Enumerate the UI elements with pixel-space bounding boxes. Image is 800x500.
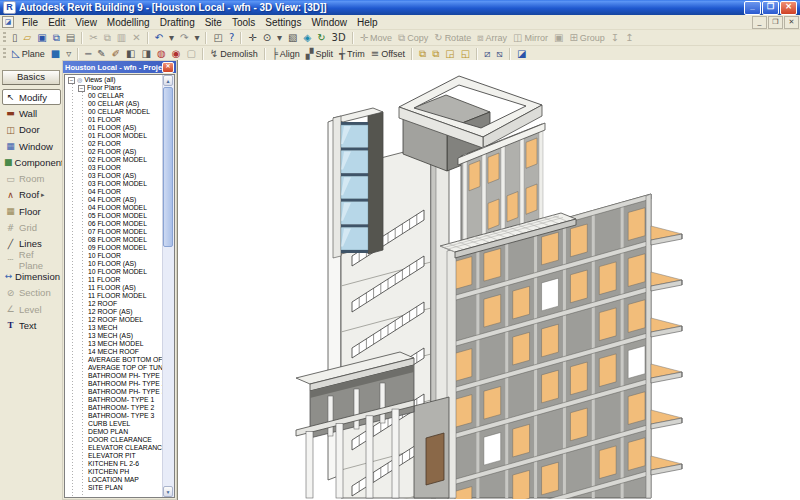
- tree-item[interactable]: CURB LEVEL: [65, 420, 163, 428]
- bind-link-button[interactable]: ◪: [514, 46, 528, 61]
- align-button[interactable]: ╞Align: [269, 46, 302, 61]
- tree-item[interactable]: BATHROOM PH- TYPE 1: [65, 372, 163, 380]
- close-button[interactable]: ✕: [780, 1, 797, 15]
- tree-item[interactable]: KITCHEN FL 2-6: [65, 460, 163, 468]
- zoom-dropdown-button[interactable]: ▾: [275, 30, 285, 45]
- thin-lines-button[interactable]: ━: [83, 46, 94, 61]
- match-type-button[interactable]: ◰: [211, 30, 225, 45]
- tree-item[interactable]: 09 FLOOR MODEL: [65, 244, 163, 252]
- tree-item[interactable]: 12 ROOF: [65, 300, 163, 308]
- default-3d-view-button[interactable]: ◈: [301, 30, 314, 45]
- undo-dropdown-button[interactable]: ▾: [167, 30, 177, 45]
- project-browser-titlebar[interactable]: Houston Local - wfn - Project browser ✕: [63, 61, 176, 73]
- design-bar-item-component[interactable]: ■Component: [2, 154, 61, 170]
- tree-scrollbar[interactable]: ▲ ▼: [162, 75, 174, 497]
- tree-item[interactable]: 10 FLOOR MODEL: [65, 268, 163, 276]
- menu-item-modelling[interactable]: Modelling: [102, 17, 155, 28]
- drawing-area[interactable]: [177, 60, 800, 500]
- tree-item[interactable]: 07 FLOOR MODEL: [65, 228, 163, 236]
- tree-item[interactable]: KITCHEN PH: [65, 468, 163, 476]
- tree-item[interactable]: BATHROOM PH- TYPE 2: [65, 380, 163, 388]
- design-bar-item-wall[interactable]: ▬Wall: [2, 105, 61, 121]
- tree-item[interactable]: 13 MECH MODEL: [65, 340, 163, 348]
- tree-item[interactable]: 02 FLOOR MODEL: [65, 156, 163, 164]
- load-group-button[interactable]: ◲: [443, 46, 457, 61]
- menu-item-edit[interactable]: Edit: [43, 17, 70, 28]
- open-file-button[interactable]: ▱: [21, 30, 34, 45]
- menu-item-file[interactable]: File: [17, 17, 43, 28]
- tree-item[interactable]: 00 CELLAR MODEL: [65, 108, 163, 116]
- sketch-pencil-button[interactable]: ✎: [95, 46, 108, 61]
- redo-dropdown-button[interactable]: ▾: [192, 30, 202, 45]
- coordinate-review-button[interactable]: ◨: [139, 46, 153, 61]
- link-revit-button[interactable]: ⧄: [482, 46, 493, 61]
- view-3d-button[interactable]: 3D: [329, 30, 348, 45]
- menu-item-view[interactable]: View: [70, 17, 102, 28]
- tree-item[interactable]: ELEVATOR PIT: [65, 452, 163, 460]
- review-warnings-button[interactable]: ◉: [169, 46, 183, 61]
- check-coordination-button[interactable]: ◍: [154, 46, 168, 61]
- scroll-up-icon[interactable]: ▲: [163, 75, 173, 86]
- tree-item[interactable]: 04 FLOOR: [65, 188, 163, 196]
- tree-item[interactable]: 00 CELLAR (AS): [65, 100, 163, 108]
- tree-item[interactable]: 04 FLOOR (AS): [65, 196, 163, 204]
- tree-item[interactable]: 02 FLOOR: [65, 140, 163, 148]
- collapse-icon[interactable]: −: [78, 85, 85, 92]
- project-browser-close-icon[interactable]: ✕: [162, 62, 174, 73]
- tree-item[interactable]: 01 FLOOR MODEL: [65, 132, 163, 140]
- tree-item[interactable]: DOOR CLEARANCE: [65, 436, 163, 444]
- menu-item-drafting[interactable]: Drafting: [155, 17, 200, 28]
- tree-item[interactable]: 03 FLOOR MODEL: [65, 180, 163, 188]
- minimize-button[interactable]: _: [744, 1, 761, 15]
- tree-item[interactable]: AVERAGE TOP OF TUNNEL: [65, 364, 163, 372]
- design-options-dropdown-button[interactable]: ▿: [64, 46, 74, 61]
- tree-item[interactable]: 06 FLOOR MODEL: [65, 220, 163, 228]
- spot-elevation-button[interactable]: ✐: [109, 46, 122, 61]
- design-bar-tab-basics[interactable]: Basics: [2, 70, 60, 85]
- tree-item[interactable]: 13 MECH (AS): [65, 332, 163, 340]
- scroll-down-icon[interactable]: ▼: [163, 486, 173, 497]
- tree-item[interactable]: 05 FLOOR MODEL: [65, 212, 163, 220]
- zoom-button[interactable]: ⊙: [260, 30, 273, 45]
- save-all-button[interactable]: ⧉: [50, 30, 62, 45]
- tree-item[interactable]: 01 FLOOR (AS): [65, 124, 163, 132]
- tree-item[interactable]: BATHROOM- TYPE 3: [65, 412, 163, 420]
- tree-item[interactable]: AVERAGE BOTTOM OF TUNN: [65, 356, 163, 364]
- undo-button[interactable]: ↶: [152, 30, 165, 45]
- manage-links-button[interactable]: ⧅: [494, 46, 505, 61]
- tree-item[interactable]: 01 FLOOR: [65, 116, 163, 124]
- tree-item[interactable]: 11 FLOOR: [65, 276, 163, 284]
- mdi-close-button[interactable]: ✕: [784, 16, 799, 29]
- tree-item[interactable]: SITE PLAN: [65, 484, 163, 492]
- edit-group-button[interactable]: ⧉: [430, 46, 442, 61]
- menu-item-settings[interactable]: Settings: [260, 17, 306, 28]
- offset-button[interactable]: ≡Offset: [368, 46, 407, 61]
- tree-item[interactable]: 02 FLOOR (AS): [65, 148, 163, 156]
- tree-item[interactable]: BATHROOM- TYPE 1: [65, 396, 163, 404]
- tree-item[interactable]: LOCATION MAP: [65, 476, 163, 484]
- tree-item[interactable]: 08 FLOOR MODEL: [65, 236, 163, 244]
- design-bar-item-dimension[interactable]: ↔Dimension: [2, 268, 61, 284]
- design-bar-item-door[interactable]: ◫Door: [2, 122, 61, 138]
- design-bar-item-floor[interactable]: ▦Floor: [2, 203, 61, 219]
- design-bar-item-roof[interactable]: ∧Roof▸: [2, 187, 61, 203]
- tree-item[interactable]: 13 MECH: [65, 324, 163, 332]
- redo-button[interactable]: ↷: [178, 30, 191, 45]
- new-file-button[interactable]: ▯: [10, 30, 21, 45]
- menu-item-site[interactable]: Site: [200, 17, 227, 28]
- collapse-icon[interactable]: −: [68, 77, 75, 84]
- design-options-swatch-button[interactable]: ■: [48, 46, 62, 61]
- tree-item[interactable]: 10 FLOOR: [65, 252, 163, 260]
- menu-item-tools[interactable]: Tools: [227, 17, 260, 28]
- scrollbar-thumb[interactable]: [163, 87, 173, 247]
- menu-item-help[interactable]: Help: [352, 17, 383, 28]
- tree-item[interactable]: 04 FLOOR MODEL: [65, 204, 163, 212]
- tree-item[interactable]: ELEVATOR CLEARANCE: [65, 444, 163, 452]
- demolish-button[interactable]: ↯Demolish: [207, 46, 260, 61]
- tree-item[interactable]: BATHROOM PH- TYPE 3: [65, 388, 163, 396]
- tree-item[interactable]: 14 MECH ROOF: [65, 348, 163, 356]
- save-group-button[interactable]: ◱: [458, 46, 472, 61]
- tree-item[interactable]: 10 FLOOR (AS): [65, 260, 163, 268]
- create-group-button[interactable]: ⧉: [416, 46, 428, 61]
- tree-item[interactable]: 12 ROOF MODEL: [65, 316, 163, 324]
